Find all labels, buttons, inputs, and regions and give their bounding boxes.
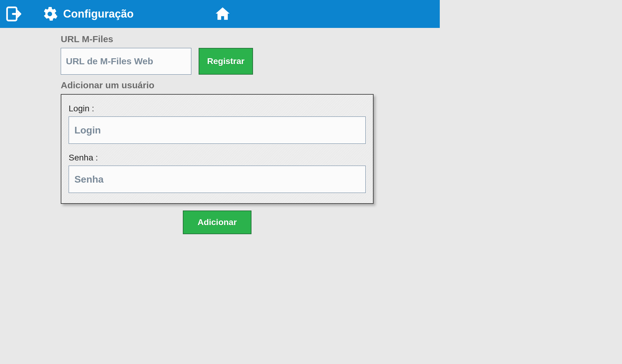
- logout-icon[interactable]: [5, 5, 22, 23]
- register-button[interactable]: Registrar: [199, 48, 253, 75]
- add-user-form: Login : Senha :: [61, 94, 374, 204]
- url-input[interactable]: [61, 48, 191, 75]
- add-button-row: Adicionar: [61, 211, 374, 234]
- home-icon[interactable]: [214, 5, 231, 23]
- page-title: Configuração: [63, 8, 134, 20]
- url-section-label: URL M-Files: [61, 34, 440, 44]
- password-label: Senha :: [69, 153, 366, 163]
- password-input[interactable]: [69, 166, 366, 193]
- login-label: Login :: [69, 104, 366, 113]
- gear-icon[interactable]: [42, 6, 58, 22]
- app-header: Configuração: [0, 0, 440, 28]
- url-row: Registrar: [61, 48, 440, 75]
- add-button[interactable]: Adicionar: [183, 211, 251, 234]
- add-user-section-label: Adicionar um usuário: [61, 80, 440, 90]
- main-content: URL M-Files Registrar Adicionar um usuár…: [0, 28, 440, 234]
- login-input[interactable]: [69, 116, 366, 144]
